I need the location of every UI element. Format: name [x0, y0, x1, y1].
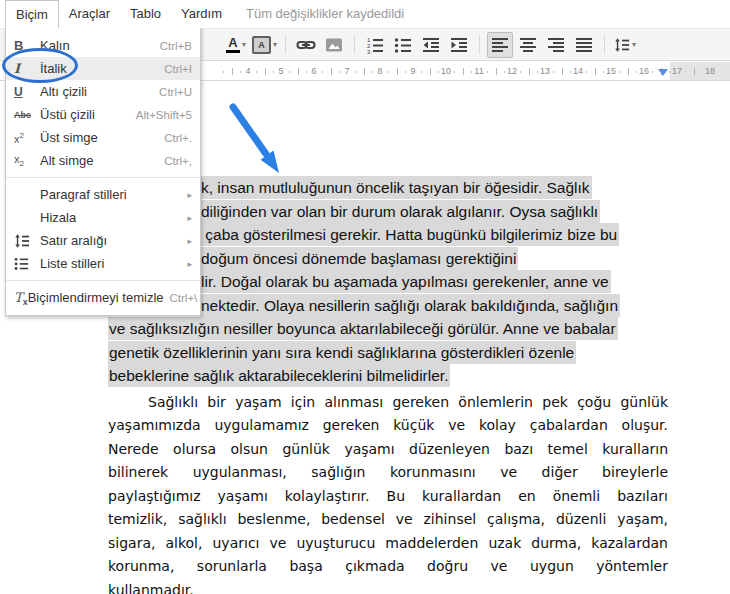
selected-text-line[interactable]: nektedir. Olaya nesillerin sağlığı olara… [200, 297, 620, 315]
text-line[interactable]: temizlik, sağlıklı beslenme, bedensel ve… [108, 510, 668, 528]
chevron-down-icon[interactable]: ▾ [273, 40, 277, 49]
decrease-indent-button[interactable] [418, 32, 444, 58]
right-indent-marker[interactable] [658, 69, 668, 76]
bulleted-list-button[interactable] [390, 32, 416, 58]
ruler-tick [273, 71, 274, 73]
selection-highlight: ve sağlıksızlığın nesiller boyunca aktar… [108, 317, 618, 340]
ruler-number: 14 [573, 66, 583, 76]
shortcut-label: Ctrl+. [164, 132, 192, 144]
menu-item-i-talik[interactable]: IİtalikCtrl+I [6, 57, 200, 80]
menu-item-paragraf-stilleri[interactable]: Paragraf stilleri▸ [6, 183, 200, 206]
toolbar-separator [604, 35, 605, 54]
menu-bicim[interactable]: Biçim [5, 0, 59, 28]
ruler-tick [586, 71, 587, 73]
ruler-number: 11 [474, 66, 483, 76]
ruler-tick [298, 68, 299, 75]
ruler-tick [405, 71, 406, 73]
text-line[interactable]: kullanmadır. [108, 581, 668, 594]
bold-icon: B [14, 38, 40, 53]
ruler-tick [694, 68, 695, 75]
text-line[interactable]: Sağlıklı bir yaşam için alınması gereken… [108, 393, 668, 411]
insert-link-button[interactable] [293, 32, 319, 58]
text-color-button[interactable]: A▾ [223, 32, 249, 58]
menu-item-biçimlendirmeyi-temizle[interactable]: TxBiçimlendirmeyi temizleCtrl+\ [6, 286, 200, 309]
menu-item-label: Liste stilleri [40, 256, 181, 271]
selection-highlight: doğum öncesi dönemde başlaması gerektiği… [200, 247, 518, 270]
text-line[interactable]: Nerede olursa olsun günlük yaşamı düzenl… [108, 440, 668, 458]
align-right-button[interactable] [543, 32, 569, 58]
menu-item-kalın[interactable]: BKalınCtrl+B [6, 34, 200, 57]
ruler-tick [537, 71, 538, 73]
selected-text-line[interactable]: diliğinden var olan bir durum olarak alg… [200, 203, 600, 221]
selected-text-line[interactable]: ve sağlıksızlığın nesiller boyunca aktar… [108, 320, 618, 338]
numbered-list-button[interactable]: 123 [362, 32, 388, 58]
ruler-tick [570, 71, 571, 73]
ruler-tick [628, 68, 629, 75]
ruler-tick [364, 68, 365, 75]
ruler-tick [232, 68, 233, 75]
menu-item-altı-çizili[interactable]: UAltı çiziliCtrl+U [6, 80, 200, 103]
text-line[interactable]: paylaştığımız yaşamı kolaylaştırır. Bu k… [108, 487, 668, 505]
menu-yardim[interactable]: Yardım [171, 0, 232, 28]
text-line[interactable]: sigara, alkol, uyarıcı ve uyuşturucu mad… [108, 534, 668, 552]
selection-highlight: bebeklerine sağlık aktarabileceklerini b… [108, 364, 450, 387]
ruler-tick [702, 71, 703, 73]
align-center-icon [519, 36, 537, 54]
text-line[interactable]: bilinerek uygulanması, sağlığın korunmas… [108, 463, 668, 481]
ruler-number: 18 [705, 66, 715, 76]
ruler-tick [355, 71, 356, 73]
list-styles-icon [14, 256, 40, 271]
menu-item-label: Satır aralığı [40, 233, 181, 248]
ruler-number: 17 [672, 66, 682, 76]
selected-text-line[interactable]: doğum öncesi dönemde başlaması gerektiği… [200, 250, 518, 268]
text-line[interactable]: yaşamımızda uygulamamız gereken küçük ve… [108, 416, 668, 434]
menu-item-satır-aralığı[interactable]: Satır aralığı▸ [6, 229, 200, 252]
ruler-tick [463, 68, 464, 75]
toolbar-separator [354, 35, 355, 54]
selected-text-line[interactable]: çaba gösterilmesi gerekir. Hatta bugünkü… [200, 226, 619, 244]
justify-button[interactable] [571, 32, 597, 58]
ruler-tick [529, 68, 530, 75]
shortcut-label: Ctrl+\ [170, 292, 198, 304]
ruler-number: 13 [540, 66, 550, 76]
chevron-down-icon[interactable]: ▾ [632, 40, 636, 49]
ruler-tick [223, 71, 224, 73]
ruler-tick [669, 71, 670, 73]
selected-text-line[interactable]: bebeklerine sağlık aktarabileceklerini b… [108, 367, 450, 385]
bulleted-list-icon [394, 36, 412, 54]
subscript-icon: x2 [14, 153, 40, 168]
selection-highlight: çaba gösterilmesi gerekir. Hatta bugünkü… [200, 223, 619, 246]
line-spacing-button[interactable]: ▾ [612, 32, 638, 58]
selected-text-line[interactable]: k, insan mutluluğunun öncelik taşıyan bi… [200, 179, 592, 197]
align-left-icon [491, 36, 509, 54]
ruler-tick [454, 71, 455, 73]
menu-araclar[interactable]: Araçlar [59, 0, 120, 28]
menu-item-liste-stilleri[interactable]: Liste stilleri▸ [6, 252, 200, 275]
ruler-tick [562, 68, 563, 75]
shortcut-label: Alt+Shift+5 [136, 109, 192, 121]
menu-item-hizala[interactable]: Hizala▸ [6, 206, 200, 229]
shortcut-label: Ctrl+U [159, 86, 192, 98]
insert-link-icon [296, 36, 316, 54]
text-line[interactable]: korunma, sorunlarla başa çıkmada doğru v… [108, 557, 668, 575]
menu-item-üstü-çizili[interactable]: AbcÜstü çiziliAlt+Shift+5 [6, 103, 200, 126]
ruler-tick [256, 71, 257, 73]
highlight-color-button[interactable]: A▾ [251, 32, 278, 58]
insert-image-button[interactable] [321, 32, 347, 58]
selected-text-line[interactable]: lir. Doğal olarak bu aşamada yapılması g… [200, 273, 611, 291]
selected-text-line[interactable]: genetik özelliklerinin yanı sıra kendi s… [108, 344, 576, 362]
ruler-tick [471, 71, 472, 73]
align-center-button[interactable] [515, 32, 541, 58]
align-left-button[interactable] [487, 32, 513, 58]
selection-highlight: genetik özelliklerinin yanı sıra kendi s… [108, 341, 576, 364]
line-spacing-icon [14, 233, 40, 249]
menu-item-alt-simge[interactable]: x2Alt simgeCtrl+, [6, 149, 200, 172]
chevron-down-icon[interactable]: ▾ [242, 40, 246, 49]
selection-highlight: k, insan mutluluğunun öncelik taşıyan bi… [200, 176, 592, 199]
menu-item-üst-simge[interactable]: x2Üst simgeCtrl+. [6, 126, 200, 149]
save-status: Tüm değişiklikler kaydedildi [246, 0, 404, 28]
ruler-tick [595, 68, 596, 75]
selection-highlight: diliğinden var olan bir durum olarak alg… [200, 200, 600, 223]
increase-indent-button[interactable] [446, 32, 472, 58]
menu-tablo[interactable]: Tablo [120, 0, 171, 28]
